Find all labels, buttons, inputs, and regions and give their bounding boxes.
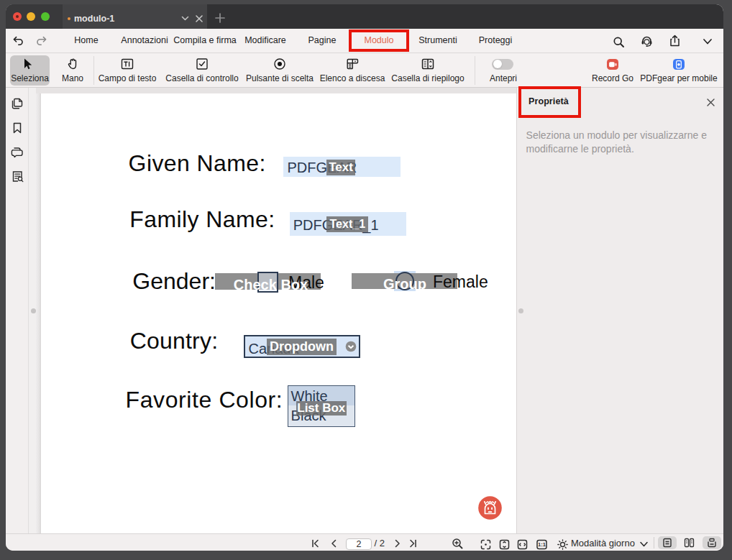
svg-text:1:1: 1:1: [538, 541, 546, 548]
